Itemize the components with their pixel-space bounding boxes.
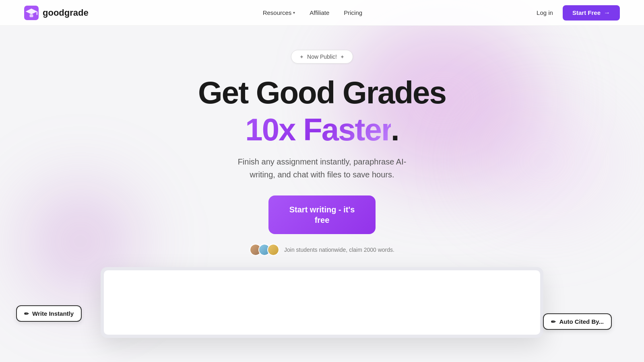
pencil-icon: ✏ (24, 311, 29, 317)
logo[interactable]: goodgrade (24, 6, 89, 20)
write-instantly-badge: ✏ Write Instantly (16, 305, 82, 322)
nav-links: Resources ▾ Affiliate Pricing (263, 9, 362, 16)
avatar-group (250, 244, 279, 256)
hero-title-gradient: 10x Faster (245, 112, 391, 147)
logo-icon (24, 6, 39, 20)
public-badge: ✦ Now Public! ✦ (291, 50, 353, 64)
svg-rect-3 (37, 11, 38, 15)
editor-outer (101, 267, 543, 338)
hero-title-period: . (391, 112, 399, 147)
hero-title-line2-wrapper: 10x Faster. (245, 113, 398, 147)
nav-resources[interactable]: Resources ▾ (263, 9, 295, 16)
navbar: goodgrade Resources ▾ Affiliate Pricing … (0, 0, 644, 26)
editor-inner[interactable] (104, 270, 540, 335)
start-free-button[interactable]: Start Free → (563, 5, 620, 21)
pencil-icon-2: ✏ (551, 319, 556, 325)
svg-rect-2 (30, 14, 33, 17)
hero-subtitle: Finish any assignment instantly, paraphr… (225, 155, 419, 181)
nav-pricing[interactable]: Pricing (344, 9, 362, 16)
editor-preview-container (101, 267, 543, 338)
hero-section: ✦ Now Public! ✦ Get Good Grades 10x Fast… (0, 26, 644, 256)
nav-affiliate[interactable]: Affiliate (310, 9, 329, 16)
sparkle-left-icon: ✦ (299, 54, 304, 60)
sparkle-right-icon: ✦ (340, 54, 345, 60)
cta-button[interactable]: Start writing - it's free (268, 195, 376, 234)
avatar-3 (267, 244, 279, 256)
login-link[interactable]: Log in (537, 9, 553, 16)
logo-text: goodgrade (43, 8, 89, 18)
nav-right: Log in Start Free → (537, 5, 620, 21)
social-proof: Join students nationwide, claim 2000 wor… (250, 244, 394, 256)
social-proof-text: Join students nationwide, claim 2000 wor… (284, 247, 394, 253)
arrow-icon: → (604, 9, 610, 16)
chevron-down-icon: ▾ (293, 10, 295, 15)
auto-cited-badge: ✏ Auto Cited By... (543, 313, 612, 330)
hero-title-line1: Get Good Grades (198, 76, 446, 109)
